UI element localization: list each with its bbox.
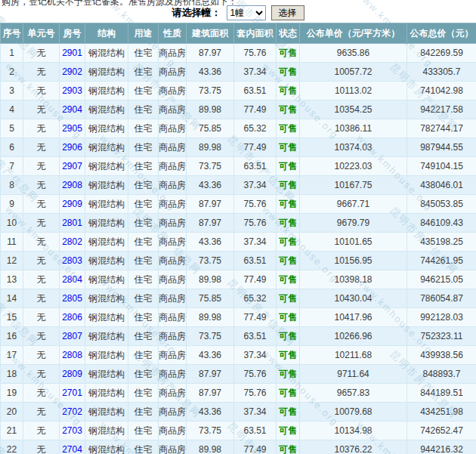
cell-index: 17 [1, 346, 23, 365]
cell-room-link[interactable]: 2905 [60, 119, 85, 138]
cell-index: 22 [1, 440, 23, 454]
cell-status: 可售 [277, 138, 300, 157]
cell-building-area: 73.75 [187, 252, 234, 270]
building-select[interactable]: 1幢 [227, 5, 266, 20]
cell-room-link[interactable]: 2802 [60, 233, 85, 252]
cell-room-link[interactable]: 2702 [60, 403, 85, 422]
cell-room-link[interactable]: 2907 [60, 157, 85, 176]
table-row: 4无2904钢混结构住宅商品房89.9877.49可售10354.2594221… [1, 100, 476, 119]
cell-structure: 钢混结构 [85, 176, 128, 195]
cell-total-price: 946215.05 [407, 270, 476, 289]
cell-structure: 钢混结构 [85, 422, 128, 440]
cell-room-link[interactable]: 2704 [60, 440, 85, 454]
cell-unit-price: 10156.95 [300, 252, 407, 270]
table-row: 14无2805钢混结构住宅商品房75.8565.32可售10430.047860… [1, 289, 476, 308]
cell-inner-area: 37.34 [234, 63, 277, 82]
select-building-button[interactable]: 选择 [271, 5, 304, 20]
cell-nature: 商品房 [159, 308, 187, 327]
cell-inner-area: 75.76 [234, 365, 277, 384]
cell-index: 18 [1, 365, 23, 384]
cell-unit-price: 10223.03 [300, 157, 407, 176]
cell-room-link[interactable]: 2903 [60, 82, 85, 100]
listing-table: 序号 单元号 房号 结构 用途 性质 建筑面积 套内面积 状态 公布单价（元/平… [0, 23, 476, 454]
table-row: 16无2807钢混结构住宅商品房73.7563.51可售10266.967523… [1, 327, 476, 346]
cell-structure: 钢混结构 [85, 119, 128, 138]
cell-unit-price: 9679.79 [300, 214, 407, 233]
cell-room-link[interactable]: 2703 [60, 422, 85, 440]
cell-nature: 商品房 [159, 44, 187, 63]
col-header-status: 状态 [277, 23, 300, 44]
cell-unit-price: 10134.98 [300, 422, 407, 440]
cell-room-link[interactable]: 2807 [60, 327, 85, 346]
cell-unit-number: 无 [23, 289, 60, 308]
cell-index: 8 [1, 176, 23, 195]
cell-room-link[interactable]: 2701 [60, 384, 85, 403]
cell-usage: 住宅 [128, 422, 159, 440]
cell-unit-number: 无 [23, 346, 60, 365]
cell-inner-area: 63.51 [234, 157, 277, 176]
cell-index: 1 [1, 44, 23, 63]
cell-status: 可售 [277, 440, 300, 454]
cell-nature: 商品房 [159, 346, 187, 365]
cell-building-area: 73.75 [187, 82, 234, 100]
cell-total-price: 842269.59 [407, 44, 476, 63]
cell-room-link[interactable]: 2801 [60, 214, 85, 233]
cell-status: 可售 [277, 100, 300, 119]
cell-index: 7 [1, 157, 23, 176]
cell-building-area: 89.98 [187, 138, 234, 157]
col-header-structure: 结构 [85, 23, 128, 44]
cell-structure: 钢混结构 [85, 403, 128, 422]
cell-index: 12 [1, 252, 23, 270]
cell-room-link[interactable]: 2806 [60, 308, 85, 327]
cell-room-link[interactable]: 2804 [60, 270, 85, 289]
cell-index: 20 [1, 403, 23, 422]
cell-index: 3 [1, 82, 23, 100]
cell-usage: 住宅 [128, 384, 159, 403]
cell-index: 11 [1, 233, 23, 252]
cell-unit-number: 无 [23, 365, 60, 384]
cell-structure: 钢混结构 [85, 327, 128, 346]
cell-room-link[interactable]: 2902 [60, 63, 85, 82]
table-header-row: 序号 单元号 房号 结构 用途 性质 建筑面积 套内面积 状态 公布单价（元/平… [1, 23, 476, 44]
cell-room-link[interactable]: 2909 [60, 195, 85, 214]
cell-total-price: 434251.98 [407, 403, 476, 422]
cell-total-price: 846109.43 [407, 214, 476, 233]
cell-room-link[interactable]: 2808 [60, 346, 85, 365]
cell-status: 可售 [277, 422, 300, 440]
table-row: 19无2701钢混结构住宅商品房87.9775.76可售9657.8384418… [1, 384, 476, 403]
cell-nature: 商品房 [159, 233, 187, 252]
cell-nature: 商品房 [159, 195, 187, 214]
cell-total-price: 749104.15 [407, 157, 476, 176]
cell-building-area: 87.97 [187, 214, 234, 233]
cell-room-link[interactable]: 2809 [60, 365, 85, 384]
cell-unit-number: 无 [23, 252, 60, 270]
cell-room-link[interactable]: 2803 [60, 252, 85, 270]
cell-room-link[interactable]: 2805 [60, 289, 85, 308]
cell-unit-number: 无 [23, 63, 60, 82]
cell-total-price: 848893.7 [407, 365, 476, 384]
table-row: 18无2809钢混结构住宅商品房87.9775.76可售9711.6484889… [1, 365, 476, 384]
cell-room-link[interactable]: 2904 [60, 100, 85, 119]
cell-room-link[interactable]: 2906 [60, 138, 85, 157]
cell-status: 可售 [277, 252, 300, 270]
cell-index: 21 [1, 422, 23, 440]
table-row: 1无2901钢混结构住宅商品房87.9775.76可售9635.86842269… [1, 44, 476, 63]
col-header-building-area: 建筑面积 [187, 23, 234, 44]
cell-nature: 商品房 [159, 214, 187, 233]
cell-status: 可售 [277, 119, 300, 138]
cell-inner-area: 63.51 [234, 422, 277, 440]
cell-status: 可售 [277, 82, 300, 100]
cell-unit-price: 9635.86 [300, 44, 407, 63]
cell-building-area: 43.36 [187, 233, 234, 252]
cell-room-link[interactable]: 2908 [60, 176, 85, 195]
cell-status: 可售 [277, 346, 300, 365]
cell-status: 可售 [277, 365, 300, 384]
cell-nature: 商品房 [159, 82, 187, 100]
table-row: 17无2808钢混结构住宅商品房43.3637.34可售10211.684399… [1, 346, 476, 365]
cell-room-link[interactable]: 2901 [60, 44, 85, 63]
cell-index: 14 [1, 289, 23, 308]
cell-unit-number: 无 [23, 44, 60, 63]
col-header-nature: 性质 [159, 23, 187, 44]
cell-unit-number: 无 [23, 270, 60, 289]
cell-unit-number: 无 [23, 214, 60, 233]
